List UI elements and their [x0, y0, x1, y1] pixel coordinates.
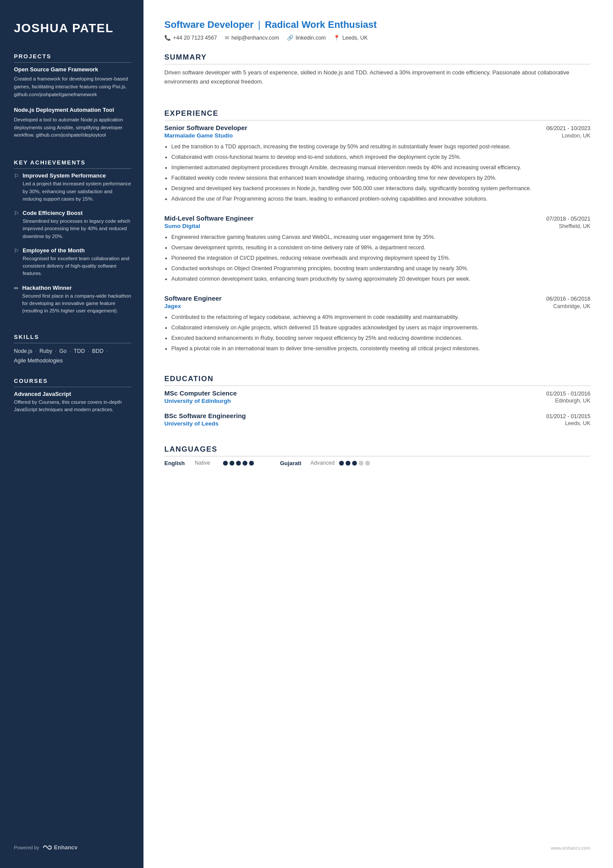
exp-entry-3: Software Engineer 06/2016 - 06/2018 Jage…	[164, 295, 590, 353]
achievement-desc-4: Secured first place in a company-wide ha…	[22, 292, 131, 315]
lang-item-english: English Native	[164, 460, 254, 466]
bullet-1-4: Facilitated weekly code review sessions …	[171, 174, 590, 182]
project-name-1: Open Source Game Framework	[14, 66, 131, 74]
lang-item-gujarati: Gujarati Advanced	[280, 460, 370, 466]
resume-container: JOSHUA PATEL PROJECTS Open Source Game F…	[0, 0, 613, 868]
candidate-name: JOSHUA PATEL	[14, 21, 131, 36]
dot-g5	[365, 461, 370, 466]
dot-2	[230, 461, 234, 466]
bullet-1-2: Collaborated with cross-functional teams…	[171, 153, 590, 161]
achievements-title: KEY ACHIEVEMENTS	[14, 159, 131, 169]
dot-g3	[352, 461, 357, 466]
sidebar-achievements-section: KEY ACHIEVEMENTS ⚐ Improved System Perfo…	[14, 159, 131, 322]
sidebar-footer: Powered by Enhancv	[14, 834, 131, 851]
experience-section: EXPERIENCE Senior Software Developer 06/…	[164, 109, 590, 364]
achievement-icon-3: ⚐	[14, 248, 19, 278]
achievement-title-3: Employee of the Month	[23, 247, 131, 254]
achievement-icon-1: ⚐	[14, 173, 19, 203]
edu-location-1: Edinburgh, UK	[555, 398, 590, 404]
bullet-1-3: Implemented automated deployment procedu…	[171, 163, 590, 172]
experience-title: EXPERIENCE	[164, 109, 590, 121]
title-separator: |	[258, 19, 260, 30]
contact-row: 📞 +44 20 7123 4567 ✉ help@enhancv.com 🔗 …	[164, 35, 590, 41]
skill-agile: Agile Methodologies	[14, 358, 63, 364]
dot-g4	[359, 461, 363, 466]
lang-name-english: English	[164, 460, 190, 466]
edu-school-2: University of Leeds	[164, 420, 219, 427]
bullet-2-2: Oversaw development sprints, resulting i…	[171, 243, 590, 252]
exp-company-2: Sumo Digital	[164, 223, 200, 229]
education-title: EDUCATION	[164, 375, 590, 386]
email-text: help@enhancv.com	[231, 35, 279, 41]
lang-level-gujarati: Advanced	[310, 460, 335, 466]
location-text: Leeds, UK	[342, 35, 367, 41]
edu-dates-1: 01/2015 - 01/2016	[546, 391, 590, 397]
lang-dots-gujarati	[339, 461, 370, 466]
sidebar-skills-section: SKILLS Node.js · Ruby · Go · TDD · BDD ·…	[14, 334, 131, 365]
exp-location-1: London, UK	[562, 133, 590, 139]
phone-text: +44 20 7123 4567	[173, 35, 217, 41]
contact-email: ✉ help@enhancv.com	[225, 35, 279, 41]
edu-location-2: Leeds, UK	[565, 420, 590, 427]
edu-degree-1: MSc Computer Science	[164, 389, 237, 397]
footer-url: www.enhancv.com	[551, 845, 590, 851]
powered-by-text: Powered by	[14, 845, 39, 850]
title-row: Software Developer | Radical Work Enthus…	[164, 19, 590, 30]
main-content: Software Developer | Radical Work Enthus…	[143, 0, 613, 868]
course-name-1: Advanced JavaScript	[14, 391, 131, 397]
lang-level-english: Native	[195, 460, 219, 466]
dot-g1	[339, 461, 344, 466]
achievement-item-2: ⚐ Code Efficiency Boost Streamlined key …	[14, 210, 131, 240]
bullet-2-5: Automated common development tasks, enha…	[171, 275, 590, 283]
dot-1	[223, 461, 228, 466]
achievement-item-1: ⚐ Improved System Performance Led a proj…	[14, 172, 131, 203]
skill-ruby: Ruby	[40, 348, 52, 354]
education-section: EDUCATION MSc Computer Science 01/2015 -…	[164, 375, 590, 435]
bullet-3-4: Played a pivotal role in an internationa…	[171, 344, 590, 353]
exp-bullets-1: Led the transition to a TDD approach, in…	[164, 142, 590, 203]
bullet-2-3: Pioneered the integration of CI/CD pipel…	[171, 254, 590, 262]
bullet-3-1: Contributed to the refactoring of legacy…	[171, 313, 590, 322]
skill-bdd: BDD	[92, 348, 103, 354]
courses-title: COURSES	[14, 378, 131, 387]
summary-title: SUMMARY	[164, 53, 590, 64]
project-name-2: Node.js Deployment Automation Tool	[14, 107, 131, 114]
achievement-item-4: ✏ Hackathon Winner Secured first place i…	[14, 285, 131, 315]
edu-entry-2: BSc Software Engineering 01/2012 - 01/20…	[164, 412, 590, 427]
linkedin-text: linkedin.com	[296, 35, 326, 41]
exp-bullets-2: Engineered interactive gaming features u…	[164, 233, 590, 283]
enhancv-icon	[43, 845, 52, 851]
bullet-3-3: Executed backend enhancements in Ruby, b…	[171, 334, 590, 342]
location-icon: 📍	[333, 35, 340, 41]
lang-name-gujarati: Gujarati	[280, 460, 306, 466]
project-item-2: Node.js Deployment Automation Tool Devel…	[14, 107, 131, 139]
achievement-desc-3: Recognised for excellent team collaborat…	[23, 255, 131, 278]
phone-icon: 📞	[164, 35, 171, 41]
project-desc-2: Developed a tool to automate Node.js app…	[14, 116, 131, 139]
email-icon: ✉	[225, 35, 229, 41]
exp-dates-1: 06/2021 - 10/2023	[546, 125, 590, 131]
job-subtitle: Radical Work Enthusiast	[265, 19, 377, 30]
achievement-desc-1: Led a project that increased system perf…	[23, 180, 131, 203]
exp-company-1: Marmalade Game Studio	[164, 132, 233, 139]
skill-nodejs: Node.js	[14, 348, 32, 354]
main-header: Software Developer | Radical Work Enthus…	[164, 19, 590, 41]
skill-tdd: TDD	[74, 348, 85, 354]
exp-location-2: Sheffield, UK	[559, 223, 590, 229]
skills-title: SKILLS	[14, 334, 131, 343]
exp-dates-2: 07/2018 - 05/2021	[546, 216, 590, 222]
project-item-1: Open Source Game Framework Created a fra…	[14, 66, 131, 99]
exp-company-3: Jagex	[164, 303, 181, 309]
project-desc-1: Created a framework for developing brows…	[14, 75, 131, 98]
exp-role-1: Senior Software Developer	[164, 124, 247, 131]
exp-location-3: Cambridge, UK	[553, 303, 590, 309]
course-desc-1: Offered by Coursera, this course covers …	[14, 399, 131, 414]
bullet-2-1: Engineered interactive gaming features u…	[171, 233, 590, 241]
achievement-icon-2: ⚐	[14, 210, 19, 240]
contact-linkedin: 🔗 linkedin.com	[287, 35, 326, 41]
bullet-1-5: Designed and developed key backend proce…	[171, 184, 590, 193]
edu-school-1: University of Edinburgh	[164, 398, 231, 404]
bullet-1-1: Led the transition to a TDD approach, in…	[171, 142, 590, 151]
bullet-2-4: Conducted workshops on Object Oriented P…	[171, 264, 590, 273]
sidebar-courses-section: COURSES Advanced JavaScript Offered by C…	[14, 378, 131, 420]
